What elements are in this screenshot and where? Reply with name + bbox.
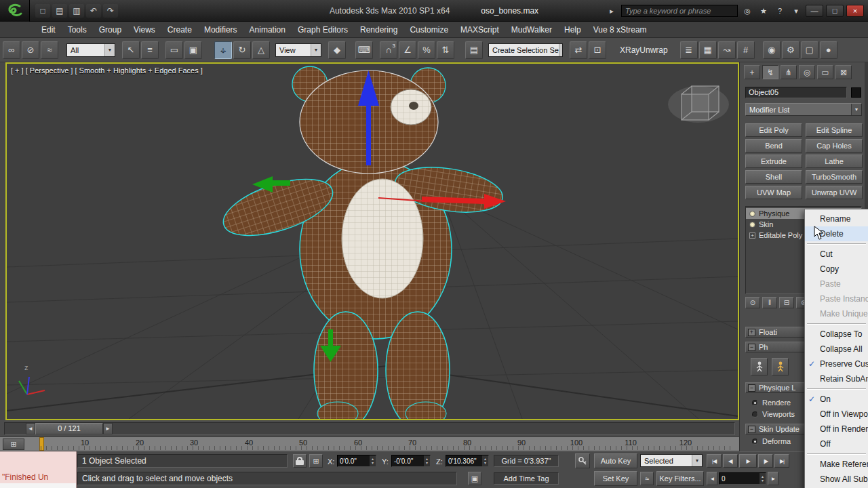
hierarchy-tab-icon[interactable]: ⋔: [781, 65, 797, 79]
snap-toggle-3d-button[interactable]: ∩ 3: [380, 41, 397, 59]
menu-group[interactable]: Group: [93, 22, 127, 38]
context-menu-item-collapse-to[interactable]: Collapse To: [805, 327, 868, 342]
pin-stack-icon[interactable]: ⊙: [745, 297, 760, 308]
show-end-result-icon[interactable]: ‖: [762, 297, 777, 308]
reference-coordinate-combo[interactable]: View ▼: [275, 43, 321, 57]
coord-y-spinner[interactable]: ▴▾: [424, 455, 430, 466]
new-scene-icon[interactable]: □: [35, 4, 50, 18]
auto-key-button[interactable]: Auto Key: [594, 453, 637, 468]
physique-figure-mode-icon[interactable]: [751, 358, 768, 375]
rollout-collapse-icon[interactable]: −: [748, 384, 755, 392]
material-editor-icon[interactable]: ◉: [763, 41, 781, 59]
menu-animation[interactable]: Animation: [243, 22, 292, 38]
make-unique-icon[interactable]: ⊟: [779, 297, 794, 308]
render-production-icon[interactable]: ●: [820, 41, 837, 59]
perspective-viewport[interactable]: [ + ] [ Perspective ] [ Smooth + Highlig…: [5, 62, 739, 420]
modifier-button-unwrap-uvw[interactable]: Unwrap UVW: [806, 186, 863, 199]
xrayunwrap-toolbar-label[interactable]: XRayUnwrap: [616, 45, 672, 55]
time-slider-track[interactable]: [4, 422, 735, 435]
mirror-icon[interactable]: ⇄: [570, 41, 587, 59]
unlink-selection-icon[interactable]: ⊘: [22, 41, 39, 59]
menu-vue8xstream[interactable]: Vue 8 xStream: [587, 22, 653, 38]
radio-button[interactable]: [752, 411, 758, 418]
angle-snap-icon[interactable]: ∠: [399, 41, 416, 59]
select-and-link-icon[interactable]: ∞: [3, 41, 20, 59]
menu-maxscript[interactable]: MAXScript: [454, 22, 505, 38]
maxscript-mini-listener[interactable]: "Finished Un: [0, 451, 77, 483]
selection-filter-combo[interactable]: All ▼: [66, 43, 115, 57]
motion-tab-icon[interactable]: ◎: [799, 65, 815, 79]
curve-editor-icon[interactable]: ↝: [718, 41, 736, 59]
radio-viewports[interactable]: Viewports: [752, 410, 795, 418]
play-animation-icon[interactable]: ▶: [739, 454, 757, 468]
spinner-down-icon[interactable]: ▾: [426, 461, 428, 465]
edit-named-selection-sets-icon[interactable]: ▤: [465, 41, 483, 59]
schematic-view-icon[interactable]: #: [737, 41, 755, 59]
selection-lock-icon[interactable]: [293, 454, 307, 468]
display-tab-icon[interactable]: ▭: [817, 65, 833, 79]
set-key-frame-icon[interactable]: [575, 453, 590, 468]
rendered-frame-window-icon[interactable]: ▢: [801, 41, 818, 59]
graphite-modeling-icon[interactable]: ▦: [699, 41, 717, 59]
utilities-tab-icon[interactable]: ⊠: [835, 65, 852, 79]
menu-views[interactable]: Views: [127, 22, 161, 38]
track-bar[interactable]: ⊞ 10 20 30 40 50 60 70 80 90 100 110 120: [0, 437, 739, 451]
object-color-swatch[interactable]: [851, 87, 861, 98]
restore-button[interactable]: □: [826, 5, 844, 17]
select-object-icon[interactable]: ↖: [122, 41, 140, 59]
modifier-button-turbosmooth[interactable]: TurboSmooth: [806, 170, 863, 184]
menu-modifiers[interactable]: Modifiers: [198, 22, 243, 38]
help-icon[interactable]: ?: [773, 5, 787, 17]
go-to-start-icon[interactable]: |◀: [707, 454, 722, 468]
spinner-snap-icon[interactable]: ⇅: [437, 41, 454, 59]
infocenter-search-input[interactable]: [621, 5, 738, 17]
open-mini-curve-editor-icon[interactable]: ⊞: [3, 439, 24, 450]
viewport-canvas[interactable]: [7, 64, 738, 419]
next-frame-icon[interactable]: |▶: [758, 454, 773, 468]
key-mode-combo[interactable]: Selected ▼: [640, 454, 703, 467]
modifier-enabled-bulb-icon[interactable]: [749, 211, 755, 217]
modifier-button-lathe[interactable]: Lathe: [806, 155, 863, 168]
next-frame-arrow-icon[interactable]: ►: [103, 423, 113, 434]
select-and-scale-icon[interactable]: △: [252, 41, 270, 59]
expand-subtree-icon[interactable]: +: [749, 232, 755, 239]
context-menu-item-cut[interactable]: Cut: [805, 247, 868, 262]
frame-step-forward-icon[interactable]: ►: [768, 472, 778, 485]
set-key-button[interactable]: Set Key: [594, 471, 637, 486]
physique-reinitialize-icon[interactable]: [772, 358, 789, 375]
menu-help[interactable]: Help: [558, 22, 587, 38]
close-button[interactable]: ×: [846, 5, 864, 17]
context-menu-item-preserve-custom[interactable]: ✓Preserve Cust: [805, 357, 868, 371]
context-menu-item-retain-subanim[interactable]: Retain SubAni: [805, 371, 868, 386]
select-by-name-icon[interactable]: ≡: [141, 41, 159, 59]
context-menu-item-make-unique[interactable]: Make Unique: [805, 306, 868, 321]
context-menu-item-off-in-renderer[interactable]: Off in Render: [805, 422, 868, 436]
previous-frame-arrow-icon[interactable]: ◄: [26, 423, 35, 434]
radio-button[interactable]: [752, 400, 758, 406]
viewport-label[interactable]: [ + ] [ Perspective ] [ Smooth + Highlig…: [11, 66, 203, 75]
modifier-button-cap-holes[interactable]: Cap Holes: [806, 139, 863, 152]
spinner-down-icon[interactable]: ▾: [484, 461, 486, 465]
radio-deformable[interactable]: Deforma: [752, 437, 791, 445]
modifier-button-uvw-map[interactable]: UVW Map: [745, 186, 802, 199]
object-name-field[interactable]: Object05: [745, 87, 847, 98]
keyboard-shortcut-override-icon[interactable]: ⌨: [355, 41, 373, 59]
render-setup-icon[interactable]: ⚙: [782, 41, 800, 59]
open-file-icon[interactable]: ▤: [52, 4, 67, 18]
current-frame-field[interactable]: 0 ▴▾: [719, 472, 766, 485]
menu-tools[interactable]: Tools: [62, 22, 93, 38]
undo-icon[interactable]: ↶: [86, 4, 101, 18]
absolute-offset-mode-icon[interactable]: ⊞: [309, 454, 323, 468]
percent-snap-icon[interactable]: %: [418, 41, 435, 59]
named-selection-sets-combo[interactable]: Create Selection Se ▼: [488, 43, 563, 57]
coord-y-field[interactable]: -0'0.0" ▴▾: [391, 455, 431, 467]
modifier-button-edit-poly[interactable]: Edit Poly: [745, 123, 802, 137]
maxscript-listener-white-pane[interactable]: [0, 483, 77, 488]
select-and-rotate-icon[interactable]: ↻: [233, 41, 251, 59]
communication-center-icon[interactable]: ◎: [741, 5, 754, 17]
modifier-button-extrude[interactable]: Extrude: [745, 155, 802, 168]
context-menu-item-paste-instance[interactable]: Paste Instance: [805, 291, 868, 306]
radio-button[interactable]: [752, 439, 758, 445]
context-menu-item-on[interactable]: ✓On: [805, 392, 868, 407]
create-tab-icon[interactable]: +: [744, 65, 760, 79]
